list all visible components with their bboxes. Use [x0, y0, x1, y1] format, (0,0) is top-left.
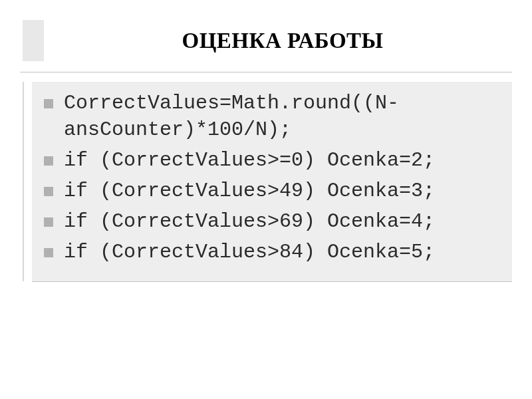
- list-item: if (CorrectValues>=0) Ocenka=2;: [39, 147, 505, 174]
- list-item: if (CorrectValues>84) Ocenka=5;: [39, 239, 505, 265]
- list-item: CorrectValues=Math.round((N-ansCounter)*…: [39, 90, 505, 143]
- slide: ОЦЕНКА РАБОТЫ CorrectValues=Math.round((…: [0, 0, 532, 399]
- title-marker: [23, 20, 44, 61]
- code-list: CorrectValues=Math.round((N-ansCounter)*…: [39, 90, 505, 265]
- divider: [20, 72, 512, 72]
- content-block: CorrectValues=Math.round((N-ansCounter)*…: [32, 82, 512, 281]
- title-region: ОЦЕНКА РАБОТЫ: [13, 20, 519, 65]
- slide-title: ОЦЕНКА РАБОТЫ: [47, 20, 519, 61]
- list-item: if (CorrectValues>69) Ocenka=4;: [39, 208, 505, 235]
- list-item: if (CorrectValues>49) Ocenka=3;: [39, 178, 505, 204]
